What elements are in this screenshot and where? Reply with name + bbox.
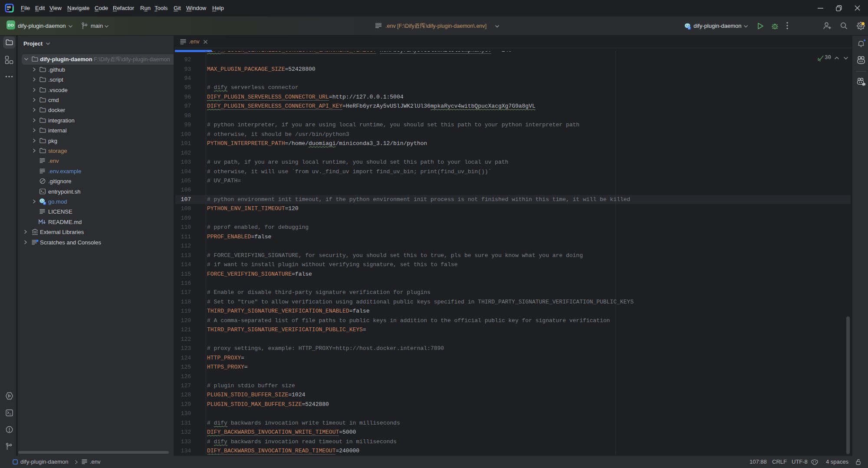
svg-text:DD: DD	[7, 6, 11, 9]
